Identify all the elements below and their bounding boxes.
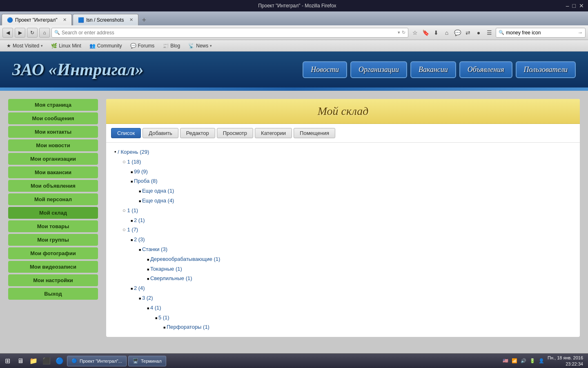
nav-users-button[interactable]: Пользователи xyxy=(516,61,576,78)
tab-bar: 🔵 Проект "Интеграл" ✕ 🟦 lsn / Screenshot… xyxy=(0,11,588,25)
nav-vacancies-button[interactable]: Вакансии xyxy=(410,61,456,78)
account-icon[interactable]: ● xyxy=(474,28,483,38)
tree-node-2-1[interactable]: 2 (1) xyxy=(134,217,145,223)
site-logo[interactable]: ЗАО «Интригал» xyxy=(12,60,144,79)
sidebar-item-my-settings[interactable]: Мои настройки xyxy=(8,274,98,286)
sidebar-item-my-page[interactable]: Моя страница xyxy=(8,99,98,111)
sidebar-item-my-photos[interactable]: Мои фотографии xyxy=(8,247,98,259)
bookmark-label-5: News xyxy=(196,43,208,49)
sidebar-item-my-warehouse[interactable]: Мой склад xyxy=(8,207,98,219)
list-item: ○ 1 (7) ■ 2 (3) ■ Станки (3) xyxy=(122,226,572,332)
house-icon[interactable]: ⌂ xyxy=(442,28,452,38)
sidebar-item-my-organizations[interactable]: Мои организации xyxy=(8,153,98,165)
sidebar-item-my-goods[interactable]: Мои товары xyxy=(8,220,98,232)
search-go-icon[interactable]: → xyxy=(577,29,583,36)
nav-announcements-button[interactable]: Объявления xyxy=(459,61,512,78)
nav-organizations-button[interactable]: Организации xyxy=(350,61,407,78)
chat-icon[interactable]: 💬 xyxy=(452,28,462,38)
sidebar-item-my-vacancies[interactable]: Мои вакансии xyxy=(8,166,98,178)
address-bar[interactable]: 🔍 ▾ ↻ xyxy=(51,28,408,38)
forward-button[interactable]: ▶ xyxy=(15,28,25,38)
address-input[interactable] xyxy=(62,30,398,36)
list-item: ■ Токарные (1) xyxy=(147,265,572,274)
tab-editor[interactable]: Редактор xyxy=(180,128,215,138)
bookmark-community[interactable]: 👥 Community xyxy=(86,42,125,49)
bookmark-icon[interactable]: 🔖 xyxy=(421,28,430,38)
tree-node-1-1[interactable]: 1 (1) xyxy=(127,207,138,213)
home-button[interactable]: ⌂ xyxy=(39,28,50,38)
taskbar-icon-desktop[interactable]: 🖥 xyxy=(15,355,26,367)
tree-node-sverl[interactable]: Сверлильные (1) xyxy=(150,275,192,281)
sidebar-item-my-groups[interactable]: Мои группы xyxy=(8,234,98,246)
site-nav: Новости Организации Вакансии Объявления … xyxy=(303,61,576,78)
taskbar-app-integral[interactable]: 🔵 Проект "Интеграл"... xyxy=(67,356,127,366)
tree-node-2-4[interactable]: 2 (4) xyxy=(134,285,145,291)
bookmark-most-visited[interactable]: ★ Most Visited ▾ xyxy=(3,42,46,49)
tree-node-99[interactable]: 99 (9) xyxy=(134,168,148,175)
taskbar-app-terminal[interactable]: 🖥️ Терминал xyxy=(128,356,166,366)
bookmark-linux-mint[interactable]: 🌿 Linux Mint xyxy=(48,42,85,49)
tab-list[interactable]: Список xyxy=(111,128,141,138)
search-input[interactable] xyxy=(506,30,576,36)
refresh-small-icon[interactable]: ↻ xyxy=(402,30,405,35)
nav-news-button[interactable]: Новости xyxy=(303,61,347,78)
search-bar[interactable]: 🔍 → xyxy=(496,28,586,38)
tab-rooms[interactable]: Помещения xyxy=(294,128,335,138)
tab-categories[interactable]: Категории xyxy=(255,128,292,138)
tree-node-5-1[interactable]: 5 (1) xyxy=(158,314,169,321)
tree-node-2-3[interactable]: 2 (3) xyxy=(134,236,145,242)
tree-node-derevo[interactable]: Деревообрабатывающие (1) xyxy=(150,256,220,262)
tree-node-tokar[interactable]: Токарные (1) xyxy=(150,266,182,272)
close-button[interactable]: ✕ xyxy=(579,2,584,9)
download-icon[interactable]: ⬇ xyxy=(431,28,441,38)
sidebar-item-my-announcements[interactable]: Мои объявления xyxy=(8,180,98,192)
taskbar-icon-browser[interactable]: 🔵 xyxy=(54,355,65,367)
tab-label-2: lsn / Screenshots xyxy=(86,17,124,23)
back-button[interactable]: ◀ xyxy=(2,28,13,38)
sidebar: Моя страница Мои сообщения Мои контакты … xyxy=(8,99,98,337)
bookmark-blog[interactable]: 📰 Blog xyxy=(159,42,183,49)
sidebar-item-logout[interactable]: Выход xyxy=(8,288,98,300)
sidebar-item-my-messages[interactable]: Мои сообщения xyxy=(8,112,98,124)
tab-close-2[interactable]: ✕ xyxy=(129,17,133,22)
window-controls[interactable]: – □ ✕ xyxy=(566,2,584,9)
tree-node-1-18[interactable]: 1 (18) xyxy=(127,159,141,165)
taskbar-icon-terminal-small[interactable]: ⬛ xyxy=(41,355,52,367)
taskbar-icon-apps[interactable]: ⊞ xyxy=(2,355,13,367)
dropdown-arrow-icon[interactable]: ▾ xyxy=(398,30,400,35)
maximize-button[interactable]: □ xyxy=(572,2,576,9)
sidebar-item-my-contacts[interactable]: Мои контакты xyxy=(8,126,98,138)
minimize-button[interactable]: – xyxy=(566,2,569,9)
tree-node-stanki[interactable]: Станки (3) xyxy=(142,246,167,252)
tab-integral[interactable]: 🔵 Проект "Интеграл" ✕ xyxy=(2,14,72,25)
star-icon[interactable]: ☆ xyxy=(410,28,420,38)
tree-root-link[interactable]: / Корень (29) xyxy=(118,149,149,155)
tab-close-1[interactable]: ✕ xyxy=(63,17,67,22)
tab-screenshots[interactable]: 🟦 lsn / Screenshots ✕ xyxy=(73,14,138,25)
sync-icon[interactable]: ⇄ xyxy=(463,28,473,38)
sidebar-item-my-staff[interactable]: Мой персонал xyxy=(8,193,98,205)
tree-node-eshche-1[interactable]: Еще одна (1) xyxy=(142,188,174,194)
tree-node-perforatory[interactable]: Перфораторы (1) xyxy=(167,324,209,330)
tree-node-proba[interactable]: Проба (8) xyxy=(134,178,158,184)
taskbar-clock: Пн., 18 янв. 2016 23:22:34 xyxy=(548,355,583,367)
bookmark-news[interactable]: 📡 News ▾ xyxy=(185,42,215,49)
tree-node-3-2[interactable]: 3 (2) xyxy=(142,295,153,301)
bookmark-label-3: Forums xyxy=(138,43,155,49)
bookmark-forums[interactable]: 💬 Forums xyxy=(127,42,158,49)
bookmark-label-0: Most Visited xyxy=(13,43,39,49)
refresh-button[interactable]: ↻ xyxy=(27,28,38,38)
new-tab-button[interactable]: + xyxy=(139,16,149,25)
search-icon: 🔍 xyxy=(54,30,60,35)
tab-add[interactable]: Добавить xyxy=(143,128,178,138)
tree-node-1-7[interactable]: 1 (7) xyxy=(127,227,138,233)
sidebar-item-my-news[interactable]: Мои новости xyxy=(8,139,98,151)
sidebar-item-my-videos[interactable]: Мои видеозаписи xyxy=(8,261,98,273)
taskbar-icon-files[interactable]: 📁 xyxy=(28,355,39,367)
tab-view[interactable]: Просмотр xyxy=(217,128,253,138)
site-header: ЗАО «Интригал» Новости Организации Вакан… xyxy=(0,52,588,88)
menu-icon[interactable]: ☰ xyxy=(484,28,494,38)
tree-node-4-1[interactable]: 4 (1) xyxy=(150,305,161,311)
community-icon: 👥 xyxy=(89,43,96,49)
tree-node-eshche-4[interactable]: Еще одна (4) xyxy=(142,197,174,204)
